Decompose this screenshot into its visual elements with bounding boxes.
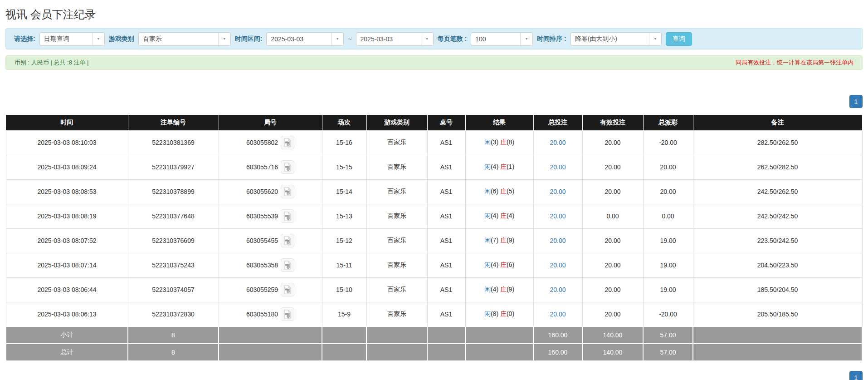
video-replay-button[interactable] bbox=[281, 258, 294, 272]
result-banker-number: (0) bbox=[507, 310, 514, 317]
game-category-value: 百家乐 bbox=[139, 33, 218, 45]
video-replay-button[interactable] bbox=[281, 234, 294, 247]
page-size-value: 100 bbox=[471, 33, 520, 45]
chevron-down-icon[interactable]: ▾ bbox=[331, 33, 343, 45]
round-id-group: 603055539 bbox=[219, 209, 322, 223]
video-file-icon bbox=[283, 285, 292, 294]
round-id-group: 603055620 bbox=[219, 185, 322, 198]
cell-time: 2025-03-03 08:08:53 bbox=[6, 179, 128, 204]
total-bet-link[interactable]: 20.00 bbox=[550, 311, 566, 318]
cell-time: 2025-03-03 08:07:14 bbox=[6, 253, 128, 277]
cell-session: 15-13 bbox=[322, 204, 366, 228]
total-bet-link[interactable]: 20.00 bbox=[550, 163, 566, 171]
total-bet-link[interactable]: 20.00 bbox=[550, 212, 566, 220]
column-header: 场次 bbox=[322, 115, 366, 130]
round-id-text: 603055259 bbox=[246, 286, 278, 293]
chevron-down-icon[interactable]: ▾ bbox=[520, 33, 532, 45]
sum-payout: 57.00 bbox=[643, 344, 693, 361]
column-header: 桌号 bbox=[427, 115, 465, 130]
cell-total-bet: 20.00 bbox=[533, 277, 582, 302]
cell-table-no: AS1 bbox=[427, 130, 465, 155]
chevron-down-icon[interactable]: ▾ bbox=[421, 33, 433, 45]
cell-game-category: 百家乐 bbox=[366, 155, 427, 179]
column-header: 注单编号 bbox=[128, 115, 219, 130]
subtotal-row: 小计8160.00140.0057.00 bbox=[6, 326, 862, 344]
result-player-label: 闲 bbox=[484, 310, 491, 317]
column-header: 结果 bbox=[465, 115, 533, 130]
query-type-value: 日期查询 bbox=[40, 33, 92, 45]
result-banker-number: (4) bbox=[507, 212, 514, 219]
cell-session: 15-9 bbox=[322, 302, 366, 326]
result-banker-label: 庄 bbox=[500, 163, 507, 170]
video-file-icon bbox=[283, 163, 292, 172]
total-bet-link[interactable]: 20.00 bbox=[550, 139, 566, 146]
video-replay-button[interactable] bbox=[281, 307, 294, 321]
chevron-down-icon[interactable]: ▾ bbox=[218, 33, 230, 45]
date-to-input[interactable]: 2025-03-03 ▾ bbox=[356, 32, 434, 46]
cell-total-bet: 20.00 bbox=[533, 155, 582, 179]
query-type-select[interactable]: 日期查询 ▾ bbox=[39, 32, 105, 46]
video-replay-button[interactable] bbox=[281, 185, 294, 198]
cell-valid-bet: 20.00 bbox=[582, 253, 643, 277]
result-player-label: 闲 bbox=[484, 188, 491, 195]
cell-result: 闲(4) 庄(1) bbox=[465, 155, 533, 179]
total-bet-link[interactable]: 20.00 bbox=[550, 237, 566, 244]
sum-valid-bet: 140.00 bbox=[582, 326, 643, 344]
cell-bet-id: 522310381369 bbox=[128, 130, 219, 155]
time-sort-select[interactable]: 降幂(由大到小) ▾ bbox=[571, 32, 662, 46]
video-replay-button[interactable] bbox=[281, 160, 294, 174]
cell-result: 闲(7) 庄(9) bbox=[465, 228, 533, 253]
total-bet-link[interactable]: 20.00 bbox=[550, 286, 566, 293]
sum-empty bbox=[219, 344, 322, 361]
cell-bet-id: 522310377648 bbox=[128, 204, 219, 228]
result-banker-number: (6) bbox=[507, 261, 514, 268]
round-id-text: 603055716 bbox=[246, 163, 278, 171]
sum-total-bet: 160.00 bbox=[533, 326, 582, 344]
cell-total-bet: 20.00 bbox=[533, 228, 582, 253]
cell-game-category: 百家乐 bbox=[366, 253, 427, 277]
cell-game-category: 百家乐 bbox=[366, 204, 427, 228]
cell-round-id: 603055180 bbox=[219, 302, 322, 326]
cell-valid-bet: 20.00 bbox=[582, 155, 643, 179]
round-id-group: 603055259 bbox=[219, 283, 322, 296]
cell-remark: 205.50/185.50 bbox=[693, 302, 862, 326]
range-tilde: ~ bbox=[348, 35, 351, 43]
search-button[interactable]: 查询 bbox=[666, 32, 692, 46]
chevron-down-icon[interactable]: ▾ bbox=[649, 33, 661, 45]
page-button-1[interactable]: 1 bbox=[849, 95, 863, 108]
round-id-text: 603055180 bbox=[246, 311, 278, 318]
result-player-number: (3) bbox=[491, 138, 500, 146]
cell-remark: 242.50/262.50 bbox=[693, 179, 862, 204]
result-player-label: 闲 bbox=[484, 163, 491, 170]
page-button-1[interactable]: 1 bbox=[849, 371, 863, 380]
page-root: 视讯 会员下注纪录 请选择: 日期查询 ▾ 游戏类别 百家乐 ▾ 时间区间: 2… bbox=[0, 0, 868, 380]
cell-round-id: 603055802 bbox=[219, 130, 322, 155]
cell-bet-id: 522310378899 bbox=[128, 179, 219, 204]
video-replay-button[interactable] bbox=[281, 283, 294, 296]
total-bet-link[interactable]: 20.00 bbox=[550, 188, 566, 195]
table-body: 2025-03-03 08:10:03522310381369603055802… bbox=[6, 130, 862, 361]
column-header: 游戏类别 bbox=[366, 115, 427, 130]
cell-payout: 19.00 bbox=[643, 228, 693, 253]
cell-valid-bet: 0.00 bbox=[582, 204, 643, 228]
cell-table-no: AS1 bbox=[427, 179, 465, 204]
cell-game-category: 百家乐 bbox=[366, 130, 427, 155]
cell-bet-id: 522310374057 bbox=[128, 277, 219, 302]
filter-panel: 请选择: 日期查询 ▾ 游戏类别 百家乐 ▾ 时间区间: 2025-03-03 … bbox=[5, 28, 863, 49]
column-header: 局号 bbox=[219, 115, 322, 130]
total-bet-link[interactable]: 20.00 bbox=[550, 262, 566, 269]
cell-remark: 223.50/242.50 bbox=[693, 228, 862, 253]
page-size-select[interactable]: 100 ▾ bbox=[471, 32, 533, 46]
cell-bet-id: 522310379927 bbox=[128, 155, 219, 179]
video-replay-button[interactable] bbox=[281, 136, 294, 149]
result-banker-label: 庄 bbox=[500, 237, 507, 244]
cell-result: 闲(4) 庄(6) bbox=[465, 253, 533, 277]
video-replay-button[interactable] bbox=[281, 209, 294, 223]
game-category-select[interactable]: 百家乐 ▾ bbox=[138, 32, 231, 46]
result-player-number: (4) bbox=[491, 163, 500, 170]
time-range-label: 时间区间: bbox=[235, 35, 263, 43]
date-from-input[interactable]: 2025-03-03 ▾ bbox=[266, 32, 344, 46]
chevron-down-icon[interactable]: ▾ bbox=[92, 33, 104, 45]
sum-empty bbox=[322, 344, 366, 361]
cell-game-category: 百家乐 bbox=[366, 179, 427, 204]
